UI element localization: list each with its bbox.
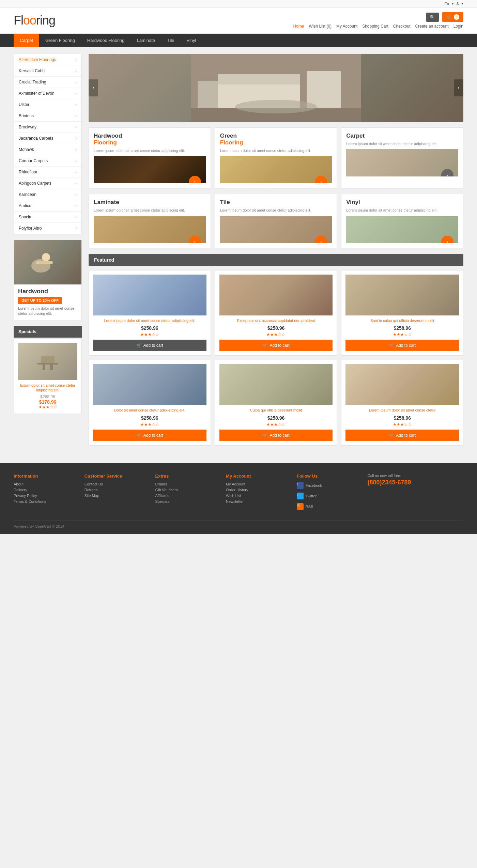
footer-bottom: Powered By OpenCart © 2014 [14, 521, 463, 528]
product-image-2 [219, 275, 333, 315]
twitter-icon: t [297, 493, 304, 499]
sidebar-item-amtico[interactable]: Amtico › [14, 200, 81, 212]
footer-link-order-history[interactable]: Order History [226, 488, 290, 492]
cat-card-hardwood-img: › [94, 156, 206, 183]
sidebar-item-jacaranda[interactable]: Jacaranda Carpets › [14, 133, 81, 144]
nav-account[interactable]: My Account [336, 24, 357, 29]
footer-link-delivery[interactable]: Delivery [14, 488, 78, 492]
cat-card-tile: Tile Lorem ipsum dolor sit amet conse ct… [215, 194, 337, 248]
nav-laminate[interactable]: Laminate [131, 34, 161, 47]
arrow-icon: › [76, 159, 77, 163]
footer-social-rss[interactable]: ⊕ RSS [297, 503, 361, 512]
nav-checkout[interactable]: Checkout [393, 24, 411, 29]
sidebar-item-rhinofloor[interactable]: Rhinofloor › [14, 167, 81, 178]
footer-link-gift-vouchers[interactable]: Gift Vouchers [155, 488, 219, 492]
nav-hardwood-flooring[interactable]: Hardwood Flooring [81, 34, 131, 47]
search-button[interactable]: 🔍 [426, 13, 439, 22]
footer-link-my-account[interactable]: My Account [226, 482, 290, 486]
cat-card-hardwood-title: Hardwood [94, 133, 206, 139]
footer-social-facebook[interactable]: f Facebook [297, 482, 361, 491]
cart-icon: 🛒 [262, 343, 267, 348]
footer-twitter-link[interactable]: Twitter [306, 494, 317, 498]
cart-icon: 🛒 [136, 433, 141, 438]
specials-header: Specials [14, 326, 82, 338]
logo[interactable]: Flooring [14, 13, 55, 28]
sidebar-item-polyflor[interactable]: Polyflor Altro › [14, 223, 81, 234]
product-price-1: $258.96 [93, 325, 206, 331]
sidebar-promo: Hardwood GET UP TO 20% OFF Lorem ipsum d… [14, 240, 82, 320]
sidebar-item-brintons[interactable]: Brintons › [14, 110, 81, 122]
add-to-cart-button-6[interactable]: 🛒 Add to cart [345, 430, 459, 441]
nav-green-flooring[interactable]: Green Flooring [39, 34, 81, 47]
sidebar-item-alternative-floorings[interactable]: Alternative Floorings › [14, 54, 81, 65]
sidebar-item-crucial-trading[interactable]: Crucial Trading › [14, 77, 81, 88]
nav-create-account[interactable]: Create an account [415, 24, 449, 29]
slider-next-button[interactable]: › [454, 79, 463, 96]
product-card-6: Lorem ipsum dolor sit amet conse ctetur … [341, 360, 463, 445]
cart-button[interactable]: 🛒 0 [442, 12, 463, 22]
add-to-cart-button-5[interactable]: 🛒 Add to cart [219, 430, 333, 441]
svg-point-2 [42, 253, 50, 261]
category-cards-row2: Laminate Lorem ipsum dolor sit amet cons… [89, 194, 463, 248]
nav-login[interactable]: Login [453, 24, 463, 29]
footer-link-terms[interactable]: Terms & Conditions [14, 499, 78, 503]
add-to-cart-button-3[interactable]: 🛒 Add to cart [345, 340, 459, 351]
sidebar-item-abingdon[interactable]: Abingdon Carpets › [14, 178, 81, 189]
sidebar-item-mohawk[interactable]: Mohawk › [14, 144, 81, 155]
product-image-1 [93, 275, 206, 315]
product-price-2: $258.96 [219, 325, 333, 331]
add-to-cart-button-2[interactable]: 🛒 Add to cart [219, 340, 333, 351]
featured-section: Featured Lorem ipsum dolor sit amet cons… [89, 254, 463, 446]
footer-grid: Information About Delivery Privacy Polic… [14, 474, 463, 514]
currency-selector[interactable]: $ [457, 2, 459, 6]
product-price-5: $258.96 [219, 415, 333, 421]
sidebar-item-brockway[interactable]: Brockway › [14, 122, 81, 133]
sidebar-item-karndean[interactable]: Karndean › [14, 189, 81, 200]
nav-tile[interactable]: Tile [161, 34, 180, 47]
footer-link-newsletter[interactable]: Newsletter [226, 499, 290, 503]
footer-facebook-link[interactable]: Facebook [306, 483, 322, 487]
sidebar-item-axminster[interactable]: Axminster of Devon › [14, 88, 81, 99]
cat-card-vinyl-desc: Lorem ipsum dolor sit amet conse ctetur … [346, 208, 458, 213]
footer-link-affiliates[interactable]: Affiliates [155, 494, 219, 498]
sidebar: Alternative Floorings › Kersaint Cobb › … [14, 54, 82, 450]
language-selector[interactable]: En [444, 2, 449, 6]
add-to-cart-button-4[interactable]: 🛒 Add to cart [93, 430, 206, 441]
nav-cart[interactable]: Shopping Cart [362, 24, 388, 29]
header-right: 🔍 🛒 0 Home Wish List (0) My Account Shop… [293, 12, 463, 29]
footer-link-about[interactable]: About [14, 482, 78, 486]
footer-rss-link[interactable]: RSS [306, 505, 313, 509]
header-nav-links: Home Wish List (0) My Account Shopping C… [293, 24, 463, 29]
cart-icon: 🛒 [389, 343, 394, 348]
specials-item-title: Ipsum dolor sit amet conse ctetur adipis… [18, 383, 77, 393]
product-grid-row2: Dolor sit amet conse ctetur adipi-sicing… [89, 360, 463, 445]
nav-carpet[interactable]: Carpet [14, 34, 39, 47]
sidebar-item-cormar[interactable]: Cormar Carpets › [14, 155, 81, 167]
specials-item: Ipsum dolor sit amet conse ctetur adipis… [14, 338, 82, 414]
footer-social-twitter[interactable]: t Twitter [297, 493, 361, 501]
sidebar-item-spacia[interactable]: Spacia › [14, 212, 81, 223]
slider-prev-button[interactable]: ‹ [89, 79, 98, 96]
nav-wishlist[interactable]: Wish List (0) [309, 24, 332, 29]
sidebar-item-ulster[interactable]: Ulster › [14, 99, 81, 110]
promo-badge: GET UP TO 20% OFF [18, 297, 62, 304]
footer-link-privacy[interactable]: Privacy Policy [14, 494, 78, 498]
arrow-icon: › [76, 125, 77, 129]
footer-link-specials[interactable]: Specials [155, 499, 219, 503]
footer-link-wish-list[interactable]: Wish List [226, 494, 290, 498]
nav-home[interactable]: Home [293, 24, 304, 29]
footer-link-returns[interactable]: Returns [84, 488, 149, 492]
product-card-1: Lorem ipsum dolor sit amet conse ctetur … [89, 270, 211, 356]
footer-col-cs: Customer Service Contact Us Returns Site… [84, 474, 149, 514]
arrow-icon: › [76, 182, 77, 185]
footer-link-sitemap[interactable]: Site Map [84, 494, 149, 498]
cart-icon: 🛒 [262, 433, 267, 438]
rss-icon: ⊕ [297, 503, 304, 510]
sidebar-item-kersaint-cobb[interactable]: Kersaint Cobb › [14, 65, 81, 77]
product-stars-5: ★★★☆☆ [219, 422, 333, 427]
nav-vinyl[interactable]: Vinyl [181, 34, 202, 47]
add-to-cart-button-1[interactable]: 🛒 Add to cart [93, 340, 206, 351]
cat-card-hardwood: Hardwood Flooring Lorem ipsum dolor sit … [89, 127, 211, 188]
footer-link-brands[interactable]: Brands [155, 482, 219, 486]
footer-link-contact[interactable]: Contact Us [84, 482, 149, 486]
